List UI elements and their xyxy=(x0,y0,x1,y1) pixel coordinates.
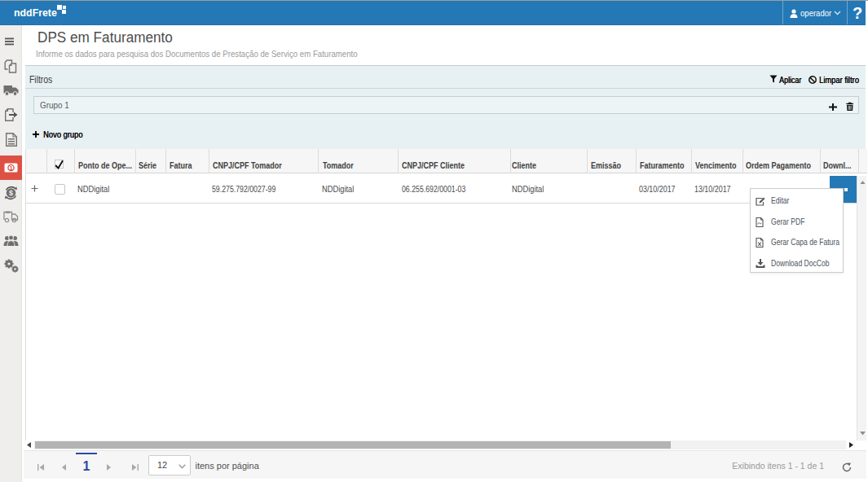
svg-text:1: 1 xyxy=(9,164,12,172)
svg-text:$: $ xyxy=(9,189,13,197)
